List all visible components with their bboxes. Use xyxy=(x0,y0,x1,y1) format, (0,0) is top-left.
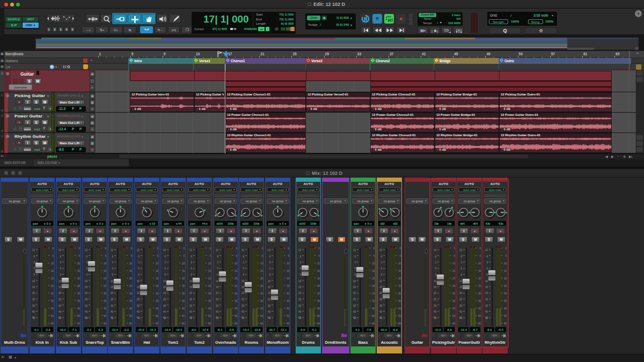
svg-text:20: 20 xyxy=(129,277,133,280)
svg-text:30: 30 xyxy=(104,292,107,295)
svg-text:5: 5 xyxy=(78,255,80,257)
svg-text:50: 50 xyxy=(129,315,133,317)
svg-text:25: 25 xyxy=(287,285,290,287)
svg-text:40: 40 xyxy=(77,307,80,310)
svg-text:60: 60 xyxy=(77,322,80,325)
svg-text:15: 15 xyxy=(398,270,401,272)
svg-text:50: 50 xyxy=(260,315,264,317)
svg-text:6: 6 xyxy=(269,255,270,258)
svg-text:3: 3 xyxy=(299,261,301,264)
svg-text:20: 20 xyxy=(189,292,193,294)
svg-text:40: 40 xyxy=(241,311,245,313)
svg-text:10: 10 xyxy=(317,262,320,265)
svg-text:30: 30 xyxy=(51,292,54,295)
svg-text:40: 40 xyxy=(129,307,133,310)
svg-text:40: 40 xyxy=(137,311,140,313)
svg-text:25: 25 xyxy=(156,285,159,287)
svg-text:20: 20 xyxy=(260,277,264,280)
svg-text:3: 3 xyxy=(354,261,356,264)
svg-text:50: 50 xyxy=(398,315,401,317)
svg-text:30: 30 xyxy=(182,292,185,295)
svg-text:40: 40 xyxy=(104,307,107,310)
svg-text:0: 0 xyxy=(373,247,375,250)
svg-text:15: 15 xyxy=(317,270,320,272)
svg-text:5: 5 xyxy=(183,255,185,257)
svg-text:20: 20 xyxy=(163,292,166,294)
svg-text:12: 12 xyxy=(163,249,166,252)
svg-text:12: 12 xyxy=(85,249,88,252)
svg-text:25: 25 xyxy=(163,298,166,301)
svg-text:15: 15 xyxy=(372,270,375,272)
svg-text:30: 30 xyxy=(189,305,193,307)
svg-text:60: 60 xyxy=(317,322,320,325)
svg-text:15: 15 xyxy=(156,270,159,272)
svg-text:40: 40 xyxy=(298,311,302,313)
svg-text:60: 60 xyxy=(287,322,290,325)
svg-text:0: 0 xyxy=(288,247,289,250)
svg-text:3: 3 xyxy=(380,261,382,264)
svg-text:∞: ∞ xyxy=(137,316,140,320)
svg-text:25: 25 xyxy=(111,298,114,301)
svg-text:35: 35 xyxy=(398,300,401,302)
svg-text:6: 6 xyxy=(112,255,113,258)
svg-text:60: 60 xyxy=(398,322,401,325)
svg-text:∞: ∞ xyxy=(111,316,113,320)
svg-text:3: 3 xyxy=(217,261,218,264)
svg-text:30: 30 xyxy=(260,292,264,295)
svg-text:0: 0 xyxy=(243,267,244,270)
svg-text:60: 60 xyxy=(260,322,264,325)
svg-text:5: 5 xyxy=(60,274,61,276)
svg-text:60: 60 xyxy=(156,322,159,325)
svg-text:40: 40 xyxy=(353,311,356,313)
svg-text:0: 0 xyxy=(380,267,382,270)
svg-text:50: 50 xyxy=(208,315,211,317)
svg-text:30: 30 xyxy=(398,292,401,295)
svg-text:20: 20 xyxy=(216,292,219,294)
svg-text:20: 20 xyxy=(298,292,302,294)
svg-text:15: 15 xyxy=(77,270,80,272)
svg-text:25: 25 xyxy=(129,285,133,287)
svg-text:10: 10 xyxy=(129,262,133,265)
svg-text:3: 3 xyxy=(164,261,166,264)
svg-text:5: 5 xyxy=(380,274,382,276)
svg-text:∞: ∞ xyxy=(59,316,61,320)
svg-text:3: 3 xyxy=(60,261,61,264)
svg-text:20: 20 xyxy=(156,277,159,280)
svg-text:30: 30 xyxy=(111,305,114,307)
svg-text:25: 25 xyxy=(353,298,356,301)
svg-text:30: 30 xyxy=(353,305,356,307)
svg-text:∞: ∞ xyxy=(216,316,218,320)
svg-text:30: 30 xyxy=(268,305,271,307)
svg-text:6: 6 xyxy=(60,255,61,258)
svg-text:∞: ∞ xyxy=(190,316,192,320)
svg-text:0: 0 xyxy=(78,247,80,250)
svg-text:12: 12 xyxy=(379,249,383,252)
svg-text:50: 50 xyxy=(287,315,290,317)
svg-text:5: 5 xyxy=(261,255,263,257)
svg-text:5: 5 xyxy=(86,274,87,276)
svg-text:15: 15 xyxy=(85,286,88,289)
svg-text:15: 15 xyxy=(235,270,238,272)
svg-text:30: 30 xyxy=(137,305,140,307)
svg-text:∞: ∞ xyxy=(380,316,382,320)
svg-text:30: 30 xyxy=(216,305,219,307)
svg-text:0: 0 xyxy=(52,247,54,250)
svg-text:6: 6 xyxy=(191,255,192,258)
svg-text:12: 12 xyxy=(189,249,193,252)
svg-text:12: 12 xyxy=(32,249,35,252)
svg-text:25: 25 xyxy=(32,298,35,301)
svg-text:3: 3 xyxy=(243,261,244,264)
svg-text:30: 30 xyxy=(85,305,88,307)
svg-text:40: 40 xyxy=(156,307,159,310)
svg-text:10: 10 xyxy=(104,262,107,265)
svg-text:60: 60 xyxy=(235,322,238,325)
svg-text:40: 40 xyxy=(85,311,88,313)
svg-text:25: 25 xyxy=(216,298,219,301)
svg-text:40: 40 xyxy=(182,307,185,310)
svg-text:5: 5 xyxy=(243,274,244,276)
svg-text:0: 0 xyxy=(138,267,140,270)
svg-text:40: 40 xyxy=(51,307,54,310)
svg-text:20: 20 xyxy=(353,292,356,294)
svg-text:60: 60 xyxy=(182,322,185,325)
svg-text:20: 20 xyxy=(317,277,320,280)
